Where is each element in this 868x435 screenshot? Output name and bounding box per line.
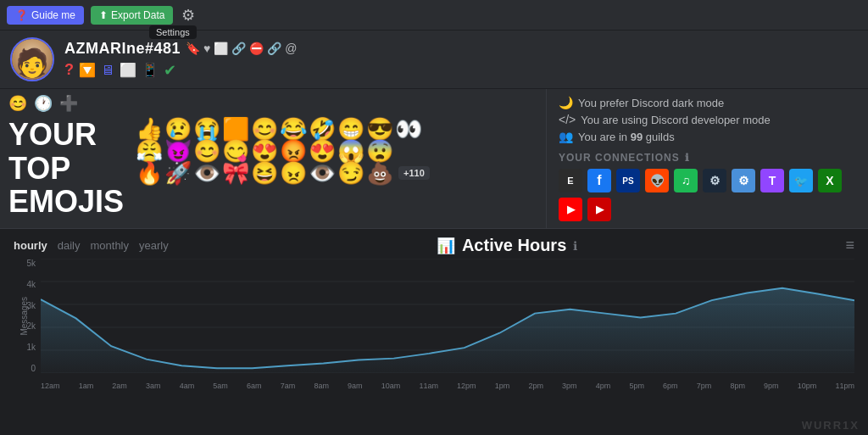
x-9pm: 9pm xyxy=(764,382,779,390)
link-icon: 🔗 xyxy=(231,42,246,55)
guide-button[interactable]: ❓ Guide me xyxy=(7,6,84,25)
x-8pm: 8pm xyxy=(730,382,745,390)
x-4am: 4am xyxy=(180,382,195,390)
emoji-rage: 😡 xyxy=(280,140,307,162)
tab-hourly[interactable]: hourly xyxy=(14,239,47,252)
dark-mode-info: 🌙 You prefer Discord dark mode xyxy=(559,96,856,109)
emoji-poop: 💩 xyxy=(366,162,393,184)
chart-container: 5k 4k 3k 2k 1k 0 Messages xyxy=(14,259,854,390)
top-bar: ❓ Guide me ⬆ Export Data ⚙ Settings xyxy=(0,0,868,31)
profile-info: AZMARIne#481 🔖 ♥ ⬜ 🔗 ⛔ 🔗 @ ? 🔽 🖥 ⬜ 📱 ✔ xyxy=(64,40,298,80)
badge-mobile: 📱 xyxy=(142,62,159,78)
avatar-inner: 🧑 xyxy=(12,39,53,80)
emoji-smirk: 😏 xyxy=(337,162,364,184)
emoji-hearteyes: 😍 xyxy=(251,140,278,162)
guilds-info: 👥 You are in 99 guilds xyxy=(559,130,856,143)
xbox-icon: X xyxy=(818,169,842,192)
x-10pm: 10pm xyxy=(798,382,817,390)
dev-mode-info: </> You are using Discord developer mode xyxy=(559,113,856,126)
x-5am: 5am xyxy=(213,382,228,390)
username-icons: 🔖 ♥ ⬜ 🔗 ⛔ 🔗 @ xyxy=(186,42,298,55)
twitch-icon: T xyxy=(760,169,784,192)
badge-square: ⬜ xyxy=(120,62,136,78)
playstation-icon: PS xyxy=(616,169,640,192)
badge-desktop: 🖥 xyxy=(101,63,114,78)
link2-icon: 🔗 xyxy=(267,42,281,55)
emoji-sob: 😭 xyxy=(193,118,220,140)
badge-checkmark: ✔ xyxy=(164,61,176,80)
x-1pm: 1pm xyxy=(495,382,510,390)
moon-icon: 🌙 xyxy=(559,96,573,109)
tab-yearly[interactable]: yearly xyxy=(139,239,169,252)
emoji-eyes: 👀 xyxy=(395,118,422,140)
x-11am: 11am xyxy=(419,382,438,390)
tab-monthly[interactable]: monthly xyxy=(90,239,129,252)
clock-icon: 🕐 xyxy=(34,94,53,113)
x-8am: 8am xyxy=(314,382,329,390)
x-5pm: 5pm xyxy=(629,382,644,390)
steam-icon: ⚙ xyxy=(703,169,726,192)
x-6pm: 6pm xyxy=(663,382,678,390)
x-3am: 3am xyxy=(146,382,161,390)
emoji-grin: 😁 xyxy=(337,118,364,140)
heart-icon: ♥ xyxy=(203,42,210,55)
export-button[interactable]: ⬆ Export Data xyxy=(91,6,173,25)
chart-area-fill xyxy=(41,288,854,373)
smiley-icon: 😊 xyxy=(8,94,27,113)
y-axis-label: Messages xyxy=(19,259,29,373)
twitter-icon: 🐦 xyxy=(789,169,813,192)
tab-daily[interactable]: daily xyxy=(58,239,81,252)
chart-top: hourly daily monthly yearly 📊 Active Hou… xyxy=(14,236,854,255)
reddit-icon: 👽 xyxy=(645,169,669,192)
x-2pm: 2pm xyxy=(528,382,543,390)
emoji-ribbon: 🎀 xyxy=(222,162,249,184)
emoji-cool: 😎 xyxy=(366,118,393,140)
emoji-section: 😊 🕐 ➕ YOUR TOP EMOJIs 👍 😢 😭 🟧 😊 xyxy=(0,89,546,228)
page-wrapper: ❓ Guide me ⬆ Export Data ⚙ Settings 🧑 AZ… xyxy=(0,0,868,435)
top-emojis-title: YOUR TOP EMOJIs xyxy=(8,118,127,219)
emoji-section-header: 😊 🕐 ➕ xyxy=(8,94,537,113)
emoji-row-1: 👍 😢 😭 🟧 😊 😂 🤣 😁 😎 👀 xyxy=(136,118,430,140)
emoji-fire: 🔥 xyxy=(136,162,163,184)
emoji-laughing: 😆 xyxy=(251,162,278,184)
connections-row: E f PS 👽 ♫ ⚙ ⚙ T 🐦 X ▶ xyxy=(559,169,856,221)
epic-icon: E xyxy=(559,169,582,192)
messages-label: Messages xyxy=(19,297,29,336)
emoji-rocket: 🚀 xyxy=(164,162,192,184)
youtube2-icon: ▶ xyxy=(587,198,611,221)
chart-title: Active Hours xyxy=(462,236,566,255)
guide-label: Guide me xyxy=(31,9,75,21)
plus-icon: ➕ xyxy=(59,94,78,113)
emoji-yum: 😋 xyxy=(222,140,249,162)
badge-row: ? 🔽 🖥 ⬜ 📱 ✔ xyxy=(64,61,298,80)
emoji-angry: 😤 xyxy=(136,140,163,162)
x-7pm: 7pm xyxy=(697,382,712,390)
facebook-icon: f xyxy=(587,169,611,192)
x-6am: 6am xyxy=(247,382,262,390)
emoji-thumbsup: 👍 xyxy=(136,118,163,140)
emoji-fearful: 😨 xyxy=(366,140,393,162)
export-label: Export Data xyxy=(111,9,164,21)
at-icon: @ xyxy=(285,42,297,55)
code-icon: </> xyxy=(559,113,576,126)
avatar: 🧑 xyxy=(10,37,54,81)
settings-gear-icon[interactable]: ⚙ xyxy=(181,6,195,25)
emoji-smile: 😊 xyxy=(251,118,278,140)
chart-bar-icon: 📊 xyxy=(437,237,455,255)
emoji-joy: 😂 xyxy=(280,118,307,140)
emoji-hearteyes2: 😍 xyxy=(309,140,336,162)
guide-icon: ❓ xyxy=(15,9,28,21)
username-row: AZMARIne#481 🔖 ♥ ⬜ 🔗 ⛔ 🔗 @ xyxy=(64,40,298,58)
chart-menu-icon[interactable]: ≡ xyxy=(845,237,854,254)
emoji-scream: 😱 xyxy=(337,140,364,162)
bookmark-icon: 🔖 xyxy=(186,42,200,55)
x-2am: 2am xyxy=(112,382,127,390)
chart-svg xyxy=(41,259,854,373)
emoji-row-3: 🔥 🚀 👁️ 🎀 😆 😠 👁️ 😏 💩 +110 xyxy=(136,162,430,184)
chart-section: hourly daily monthly yearly 📊 Active Hou… xyxy=(0,229,868,435)
x-3pm: 3pm xyxy=(562,382,577,390)
emoji-happy: 😊 xyxy=(193,140,220,162)
username: AZMARIne#481 xyxy=(64,40,181,58)
time-tabs: hourly daily monthly yearly xyxy=(14,239,169,252)
x-axis: 12am 1am 2am 3am 4am 5am 6am 7am 8am 9am… xyxy=(41,382,854,390)
